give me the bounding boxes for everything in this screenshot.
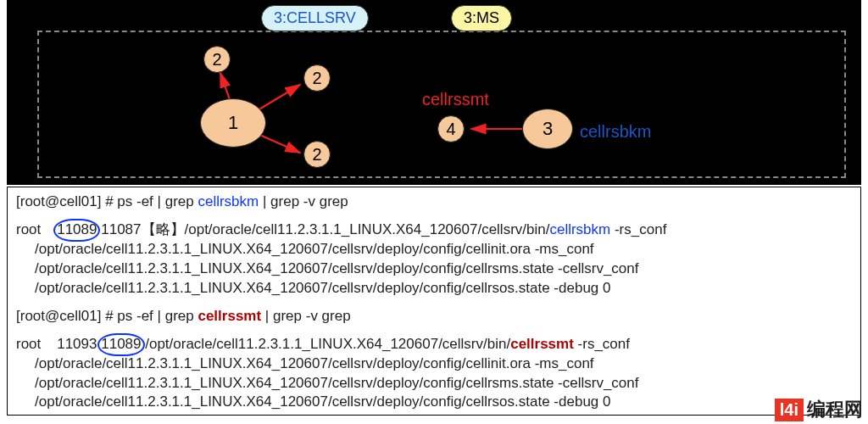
out2-ppid-circled: 11089 [101,335,141,354]
node-2c: 2 [303,141,331,168]
cmd1-prompt: [root@cell01] # ps -ef | grep [16,193,198,209]
out2-block: root 11093 11089 /opt/oracle/cell11.2.3.… [16,335,852,413]
cmd2-grep: cellrssmt [198,308,261,324]
out2-pid: 11093 [57,336,97,352]
node-2b: 2 [303,64,331,92]
out2-flag1: -rs_conf [574,336,630,352]
out2-path: /opt/oracle/cell11.2.3.1.1_LINUX.X64_120… [142,336,511,352]
logo-redbox: l4i [775,399,804,421]
label-cellrsbkm: cellrsbkm [580,122,651,142]
terminal-panel: [root@cell01] # ps -ef | grep cellrsbkm … [7,187,861,416]
cmd1-suffix: | grep -v grep [259,193,348,209]
out1-path: /opt/oracle/cell11.2.3.1.1_LINUX.X64_120… [185,221,550,237]
diagram-panel: 3:CELLSRV 3:MS 1 2 2 2 4 3 cellrssmt cel… [7,0,861,185]
out2-bin: cellrssmt [510,336,574,352]
out1-block: root 11089 11087【略】/opt/oracle/cell11.2.… [16,220,852,298]
out1-l4: /opt/oracle/cell11.2.3.1.1_LINUX.X64_120… [16,279,852,298]
svg-line-1 [258,85,300,110]
out1-user: root [16,221,41,237]
out2-l2: /opt/oracle/cell11.2.3.1.1_LINUX.X64_120… [16,354,852,374]
node-3: 3 [522,109,573,149]
cmd1-grep: cellrsbkm [198,193,259,209]
cmd1-block: [root@cell01] # ps -ef | grep cellrsbkm … [16,192,852,212]
svg-line-2 [258,134,300,153]
out1-pid-circled: 11089 [57,220,97,240]
stage: 3:CELLSRV 3:MS 1 2 2 2 4 3 cellrssmt cel… [0,0,868,424]
out1-l2: /opt/oracle/cell11.2.3.1.1_LINUX.X64_120… [16,240,852,259]
node-1: 1 [200,98,266,148]
cmd2-prompt: [root@cell01] # ps -ef | grep [16,308,198,324]
out2-user: root [16,336,41,352]
out1-ppid: 11087 [101,221,141,237]
out2-l3: /opt/oracle/cell11.2.3.1.1_LINUX.X64_120… [16,374,852,393]
logo-text: 编程网 [807,397,863,422]
node-2a: 2 [203,46,231,73]
out1-flag1: -rs_conf [610,221,666,237]
out1-l3: /opt/oracle/cell11.2.3.1.1_LINUX.X64_120… [16,259,852,279]
label-cellrssmt: cellrssmt [422,90,489,109]
node-4: 4 [437,115,465,142]
out2-l4: /opt/oracle/cell11.2.3.1.1_LINUX.X64_120… [16,393,852,412]
cmd2-block: [root@cell01] # ps -ef | grep cellrssmt … [16,307,852,326]
out1-note: 【略】 [142,221,185,237]
watermark-logo: l4i 编程网 [775,397,863,422]
cmd2-suffix: | grep -v grep [261,308,351,324]
out1-bin: cellrsbkm [549,221,610,237]
